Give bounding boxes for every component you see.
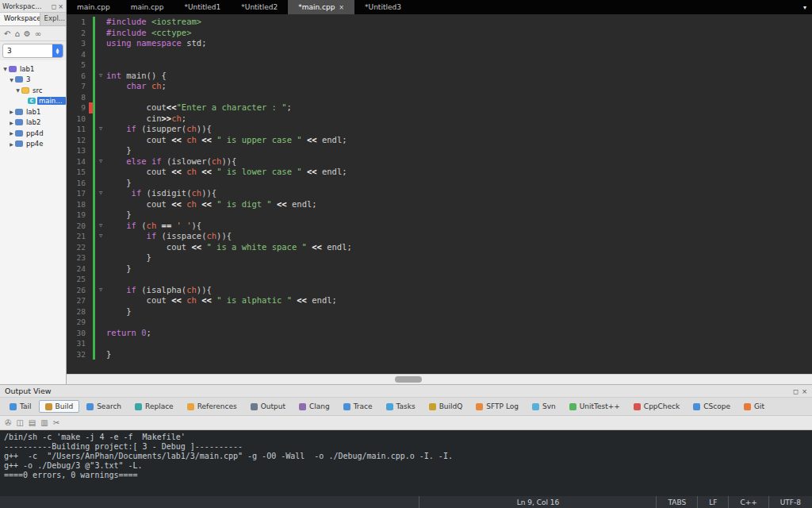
output-tab-clang[interactable]: Clang [293,400,336,413]
fold-arrow-icon[interactable]: ▽ [95,124,106,135]
output-tab-references[interactable]: References [181,400,243,413]
build-console[interactable]: /bin/sh -c 'make -j 4 -e -f Makefile'---… [0,430,812,496]
output-tab-tail[interactable]: Tail [3,400,38,413]
editor-tab-main.cpp[interactable]: *main.cpp× [288,0,354,14]
editor-tab-untitled3[interactable]: *Untitled3 [354,0,412,14]
line-number[interactable]: 14 [67,156,89,167]
line-number[interactable]: 30 [67,328,89,339]
tree-disclosure-icon[interactable]: ▶ [8,109,15,114]
line-number[interactable]: 19 [67,210,89,221]
line-number[interactable]: 16 [67,178,89,189]
output-tab-tasks[interactable]: Tasks [380,400,422,413]
tree-item-src[interactable]: ▼src [0,85,66,96]
status-cell-utf8[interactable]: UTF-8 [768,496,812,508]
line-number[interactable]: 9 [67,102,89,114]
link-editor-icon[interactable]: ✇ [5,418,11,427]
line-number[interactable]: 31 [67,338,89,349]
output-tab-trace[interactable]: Trace [337,400,379,413]
code-editor[interactable]: 1#include <iostream>2#include <cctype>3u… [67,14,812,374]
sidebar-tab-workspace[interactable]: Workspace [0,13,40,25]
line-number[interactable]: 4 [67,49,89,60]
status-cell-c[interactable]: C++ [728,496,768,508]
line-number[interactable]: 7 [67,81,89,92]
home-icon[interactable]: ⌂ [14,29,19,38]
line-number[interactable]: 27 [67,295,89,306]
line-number[interactable]: 2 [67,28,89,39]
tree-disclosure-icon[interactable]: ▼ [14,87,21,93]
status-cell-lf[interactable]: LF [697,496,728,508]
build-config-dropdown[interactable]: 3 ▲▼ [2,44,63,58]
line-number[interactable]: 3 [67,38,89,49]
dropdown-stepper-icon[interactable]: ▲▼ [52,44,63,57]
tree-disclosure-icon[interactable]: ▶ [8,130,15,136]
line-number[interactable]: 25 [67,274,89,285]
tree-disclosure-icon[interactable]: ▶ [8,141,15,147]
gear-icon[interactable]: ⚙ [24,29,31,38]
link-icon[interactable]: ∞ [35,29,41,38]
fold-arrow-icon[interactable]: ▽ [95,71,106,82]
status-cell-tabs[interactable]: TABS [656,496,697,508]
paste-output-icon[interactable]: ▥ [40,418,48,427]
tree-disclosure-icon[interactable]: ▶ [8,120,15,125]
output-tab-build[interactable]: Build [39,400,80,413]
editor-tab-untitled2[interactable]: *Untitled2 [231,0,288,14]
save-output-icon[interactable]: ◫ [16,418,23,427]
fold-arrow-icon[interactable]: ▽ [95,188,106,199]
float-panel-icon[interactable]: ◻ [793,387,799,395]
output-tab-cppcheck[interactable]: CppCheck [627,400,686,413]
tree-item-main.cpp[interactable]: Cmain.cpp [0,96,66,107]
line-number[interactable]: 20 [67,221,89,232]
tree-item-lab1[interactable]: ▶lab1 [0,106,66,117]
line-number[interactable]: 11 [67,124,89,135]
hscrollbar-thumb[interactable] [395,376,422,383]
tree-disclosure-icon[interactable]: ▼ [2,66,9,71]
line-number[interactable]: 15 [67,167,89,178]
output-tab-unittest[interactable]: UnitTest++ [563,400,626,413]
float-panel-icon[interactable]: ◻ [52,3,57,10]
editor-hscrollbar[interactable] [67,374,812,384]
tree-item-3[interactable]: ▼3 [0,75,66,86]
line-number[interactable]: 18 [67,199,89,210]
line-number[interactable]: 17 [67,188,89,199]
tab-close-icon[interactable]: × [339,4,344,11]
clear-output-icon[interactable]: ✂ [53,418,59,427]
undo-icon[interactable]: ↶ [4,29,10,38]
output-tab-replace[interactable]: Replace [128,400,180,413]
output-tab-search[interactable]: Search [80,400,128,413]
fold-arrow-icon[interactable]: ▽ [95,285,106,296]
fold-arrow-icon[interactable]: ▽ [95,221,106,232]
editor-tab-main.cpp[interactable]: main.cpp [121,0,174,14]
editor-tab-main.cpp[interactable]: main.cpp [67,0,121,14]
sidebar-tab-expl[interactable]: Expl... [40,13,66,25]
output-tab-output[interactable]: Output [244,400,292,413]
close-panel-icon[interactable]: × [802,387,807,395]
line-number[interactable]: 28 [67,306,89,318]
copy-output-icon[interactable]: ▤ [29,418,36,427]
output-tab-sftplog[interactable]: SFTP Log [469,400,525,413]
line-number[interactable]: 26 [67,285,89,296]
tree-item-pp4d[interactable]: ▶pp4d [0,128,66,139]
close-panel-icon[interactable]: × [58,3,63,10]
tab-overflow-dropdown-icon[interactable]: ▾ [798,0,812,14]
line-number[interactable]: 8 [67,92,89,103]
output-tab-svn[interactable]: Svn [526,400,562,413]
line-number[interactable]: 29 [67,317,89,328]
line-number[interactable]: 24 [67,264,89,275]
line-number[interactable]: 5 [67,60,89,71]
tree-disclosure-icon[interactable]: ▼ [8,77,15,83]
line-number[interactable]: 32 [67,349,89,360]
line-number[interactable]: 12 [67,135,89,146]
line-number[interactable]: 13 [67,145,89,156]
line-number[interactable]: 1 [67,17,89,28]
output-tab-buildq[interactable]: BuildQ [423,400,469,413]
line-number[interactable]: 22 [67,242,89,253]
line-number[interactable]: 6 [67,71,89,82]
tree-item-pp4e[interactable]: ▶pp4e [0,139,66,150]
fold-arrow-icon[interactable]: ▽ [95,156,106,167]
tree-item-lab1[interactable]: ▼lab1 [0,64,66,75]
editor-tab-untitled1[interactable]: *Untitled1 [174,0,231,14]
output-tab-cscope[interactable]: CScope [687,400,737,413]
line-number[interactable]: 10 [67,114,89,125]
output-tab-git[interactable]: Git [737,400,771,413]
line-number[interactable]: 23 [67,252,89,264]
